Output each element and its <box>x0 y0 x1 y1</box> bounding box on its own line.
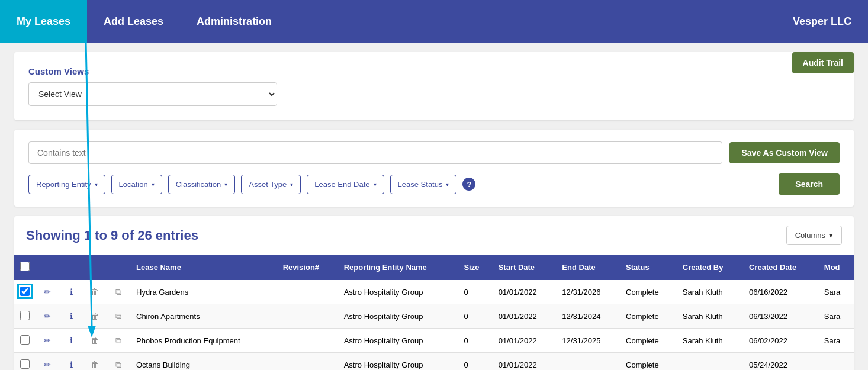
row-checkbox[interactable] <box>20 359 30 369</box>
row-created-date: 06/13/2022 <box>743 304 818 329</box>
chevron-down-icon: ▾ <box>829 231 833 240</box>
row-copy-cell: ⧉ <box>107 353 130 371</box>
filter-location[interactable]: Location ▾ <box>111 175 162 194</box>
company-name: Vesper LLC <box>776 0 868 43</box>
row-start-date: 01/01/2022 <box>493 304 557 329</box>
header-spacer <box>288 0 776 43</box>
row-entity-name: Astro Hospitality Group <box>338 353 458 371</box>
row-checkbox-cell <box>14 329 36 353</box>
filter-reporting-entity[interactable]: Reporting Entity ▾ <box>28 175 105 194</box>
row-revision <box>277 304 338 329</box>
row-delete-cell: 🗑 <box>83 304 107 329</box>
chevron-down-icon: ▾ <box>290 181 293 188</box>
col-status: Status <box>620 255 677 280</box>
row-checkbox[interactable] <box>20 287 30 296</box>
edit-icon[interactable]: ✏ <box>41 334 53 346</box>
filter-lease-end-date[interactable]: Lease End Date ▾ <box>307 175 384 194</box>
row-info-cell: ℹ <box>59 304 83 329</box>
table-row: ✏ ℹ 🗑 ⧉ Chiron Apartments Astro Hospital… <box>14 304 854 329</box>
filter-classification[interactable]: Classification ▾ <box>168 175 236 194</box>
row-revision <box>277 329 338 353</box>
col-created-by: Created By <box>677 255 743 280</box>
row-edit-cell: ✏ <box>36 353 59 371</box>
trash-icon[interactable]: 🗑 <box>89 310 101 322</box>
filter-lease-status[interactable]: Lease Status ▾ <box>390 175 457 194</box>
row-checkbox[interactable] <box>20 335 30 345</box>
row-end-date <box>556 353 620 371</box>
col-edit <box>36 255 59 280</box>
row-checkbox[interactable] <box>20 311 30 320</box>
row-start-date: 01/01/2022 <box>493 280 557 304</box>
help-icon[interactable]: ? <box>462 178 475 191</box>
row-revision <box>277 280 338 304</box>
info-icon[interactable]: ℹ <box>65 310 77 322</box>
chevron-down-icon: ▾ <box>374 181 377 188</box>
row-info-cell: ℹ <box>59 353 83 371</box>
row-size: 0 <box>458 329 492 353</box>
trash-icon[interactable]: 🗑 <box>89 286 101 298</box>
row-modified: Sara <box>818 304 854 329</box>
edit-icon[interactable]: ✏ <box>41 359 53 370</box>
row-lease-name: Chiron Apartments <box>130 304 277 329</box>
columns-button[interactable]: Columns ▾ <box>786 226 842 245</box>
row-modified: Sara <box>818 280 854 304</box>
row-modified: Sara <box>818 329 854 353</box>
trash-icon[interactable]: 🗑 <box>89 359 101 370</box>
row-checkbox-cell <box>14 280 36 304</box>
row-start-date: 01/01/2022 <box>493 329 557 353</box>
edit-icon[interactable]: ✏ <box>41 286 53 298</box>
row-lease-name: Hydra Gardens <box>130 280 277 304</box>
nav-my-leases[interactable]: My Leases <box>0 0 87 43</box>
copy-icon[interactable]: ⧉ <box>112 359 124 370</box>
row-entity-name: Astro Hospitality Group <box>338 280 458 304</box>
row-end-date: 12/31/2026 <box>556 280 620 304</box>
row-entity-name: Astro Hospitality Group <box>338 329 458 353</box>
col-lease-name: Lease Name <box>130 255 277 280</box>
row-start-date: 01/01/2022 <box>493 353 557 371</box>
row-checkbox-cell <box>14 304 36 329</box>
edit-icon[interactable]: ✏ <box>41 310 53 322</box>
custom-views-select[interactable]: Select View <box>28 82 277 106</box>
row-status: Complete <box>620 304 677 329</box>
audit-trail-button[interactable]: Audit Trail <box>792 52 854 73</box>
info-icon[interactable]: ℹ <box>65 359 77 370</box>
row-end-date: 12/31/2025 <box>556 329 620 353</box>
row-info-cell: ℹ <box>59 329 83 353</box>
row-edit-cell: ✏ <box>36 329 59 353</box>
row-created-by: Sarah Kluth <box>677 280 743 304</box>
copy-icon[interactable]: ⧉ <box>112 334 124 346</box>
chevron-down-icon: ▾ <box>152 181 155 188</box>
col-revision: Revision# <box>277 255 338 280</box>
info-icon[interactable]: ℹ <box>65 334 77 346</box>
row-info-cell: ℹ <box>59 280 83 304</box>
nav-add-leases[interactable]: Add Leases <box>87 0 180 43</box>
row-status: Complete <box>620 329 677 353</box>
info-icon[interactable]: ℹ <box>65 286 77 298</box>
nav-administration[interactable]: Administration <box>180 0 288 43</box>
search-button[interactable]: Search <box>779 173 840 195</box>
row-lease-name: Phobos Production Equipment <box>130 329 277 353</box>
row-status: Complete <box>620 353 677 371</box>
col-checkbox <box>14 255 36 280</box>
save-custom-view-button[interactable]: Save As Custom View <box>729 142 840 163</box>
copy-icon[interactable]: ⧉ <box>112 310 124 322</box>
row-entity-name: Astro Hospitality Group <box>338 304 458 329</box>
search-card: Save As Custom View Reporting Entity ▾ L… <box>14 130 854 207</box>
row-end-date: 12/31/2024 <box>556 304 620 329</box>
row-created-date: 06/16/2022 <box>743 280 818 304</box>
row-lease-name: Octans Building <box>130 353 277 371</box>
filter-asset-type[interactable]: Asset Type ▾ <box>241 175 301 194</box>
col-copy <box>107 255 130 280</box>
col-delete <box>83 255 107 280</box>
select-all-checkbox[interactable] <box>20 262 30 271</box>
table-row: ✏ ℹ 🗑 ⧉ Octans Building Astro Hospitalit… <box>14 353 854 371</box>
row-delete-cell: 🗑 <box>83 280 107 304</box>
custom-views-card: Custom Views Select View <box>14 52 854 120</box>
row-delete-cell: 🗑 <box>83 329 107 353</box>
text-search-input[interactable] <box>28 141 722 164</box>
row-status: Complete <box>620 280 677 304</box>
copy-icon[interactable]: ⧉ <box>112 286 124 298</box>
trash-icon[interactable]: 🗑 <box>89 334 101 346</box>
row-created-by: Sarah Kluth <box>677 304 743 329</box>
row-created-date: 05/24/2022 <box>743 353 818 371</box>
